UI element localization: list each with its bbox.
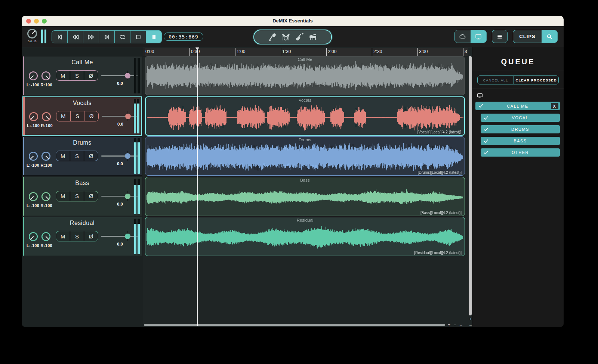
- cloud-button[interactable]: [455, 30, 471, 43]
- volume-slider[interactable]: [101, 193, 139, 199]
- volume-slider-thumb[interactable]: [125, 234, 130, 239]
- queue-stem-bass[interactable]: BASS: [481, 137, 560, 145]
- level-meter: [134, 58, 136, 93]
- horizontal-zoom-fit-button[interactable]: ↔: [458, 322, 464, 327]
- mute-button[interactable]: M: [56, 191, 70, 201]
- solo-button[interactable]: S: [70, 71, 84, 80]
- pause-button[interactable]: [146, 31, 161, 43]
- toolbar-right: CLIPS: [454, 30, 558, 43]
- solo-button[interactable]: S: [70, 191, 84, 201]
- drum-kit-icon[interactable]: [281, 32, 291, 42]
- queue-stem-label: BASS: [514, 139, 527, 143]
- pan-range-label: L:-100 R:100: [27, 243, 52, 248]
- phase-button[interactable]: Ø: [84, 151, 98, 161]
- clip-bass[interactable]: Bass[Bass][Local][4.2 (latest)]: [145, 177, 465, 216]
- pan-range-label: L:-100 R:100: [27, 163, 52, 167]
- playhead-marker-icon: [195, 47, 199, 50]
- phase-button[interactable]: Ø: [84, 191, 98, 201]
- skip-start-button[interactable]: [52, 31, 68, 43]
- waveform: [146, 98, 465, 135]
- clip-residual[interactable]: Residual[Residual][Local][4.2 (latest)]: [145, 217, 465, 256]
- track-name: Bass: [23, 180, 142, 186]
- pan-right-knob[interactable]: [41, 151, 51, 161]
- track-header-bass[interactable]: BassL:-100 R:100MSØ0.0: [22, 177, 142, 216]
- clear-processed-button[interactable]: CLEAR PROCESSED: [514, 76, 558, 84]
- gain-knob-icon[interactable]: [27, 28, 38, 39]
- queue-job-label: CALL ME: [507, 104, 528, 108]
- cancel-all-button[interactable]: CANCEL ALL: [478, 76, 514, 84]
- pan-right-knob[interactable]: [41, 71, 51, 81]
- phase-button[interactable]: Ø: [84, 111, 98, 121]
- guitar-icon[interactable]: [295, 32, 304, 42]
- vertical-scrollbar[interactable]: [469, 56, 472, 315]
- fast-forward-button[interactable]: [83, 31, 99, 43]
- volume-slider[interactable]: [101, 153, 139, 159]
- piano-icon[interactable]: [308, 32, 318, 42]
- loop-button[interactable]: [115, 31, 130, 43]
- volume-slider[interactable]: [102, 113, 139, 119]
- track-meters: [134, 179, 140, 214]
- clip-version-tag: [Vocals][Local][4.2 (latest)]: [417, 130, 461, 134]
- master-meters: [41, 30, 46, 43]
- search-button[interactable]: [542, 30, 557, 43]
- playhead[interactable]: [197, 48, 198, 326]
- volume-slider-thumb[interactable]: [125, 73, 130, 78]
- stop-button[interactable]: [130, 31, 146, 43]
- pan-left-knob[interactable]: [28, 111, 39, 122]
- queue-job-call-me[interactable]: CALL ME X: [475, 102, 560, 110]
- microphone-icon[interactable]: [268, 32, 277, 42]
- pan-right-knob[interactable]: [41, 111, 52, 122]
- mute-button[interactable]: M: [56, 151, 70, 161]
- queue-title: QUEUE: [472, 58, 564, 67]
- pan-left-knob[interactable]: [28, 71, 38, 81]
- track-header-call-me[interactable]: Call MeL:-100 R:100MSØ0.0: [22, 56, 142, 95]
- tick-mark: [372, 48, 372, 56]
- menu-button[interactable]: [492, 30, 508, 43]
- pan-right-knob[interactable]: [41, 231, 51, 242]
- solo-button[interactable]: S: [70, 231, 84, 241]
- mute-button[interactable]: M: [56, 71, 70, 80]
- clips-button[interactable]: CLIPS: [513, 30, 542, 43]
- solo-button[interactable]: S: [71, 111, 85, 121]
- volume-slider[interactable]: [101, 73, 139, 78]
- check-icon: [483, 115, 489, 121]
- clip-call-me[interactable]: Call Me: [145, 56, 465, 95]
- track-header-drums[interactable]: DrumsL:-100 R:100MSØ0.0: [22, 136, 142, 176]
- track-header-residual[interactable]: ResidualL:-100 R:100MSØ0.0: [22, 217, 142, 256]
- pan-left-knob[interactable]: [28, 151, 38, 161]
- phase-button[interactable]: Ø: [84, 231, 98, 241]
- rewind-button[interactable]: [68, 31, 83, 43]
- skip-end-button[interactable]: [99, 31, 115, 43]
- queue-stem-other[interactable]: OTHER: [481, 148, 560, 157]
- volume-slider-thumb[interactable]: [125, 114, 131, 119]
- track-header-vocals[interactable]: VocalsL:-100 R:100MSØ0.0: [22, 96, 142, 136]
- pan-right-knob[interactable]: [41, 191, 51, 202]
- solo-button[interactable]: S: [70, 151, 84, 161]
- remove-job-button[interactable]: X: [551, 103, 558, 109]
- check-icon: [478, 103, 484, 109]
- app-window: DeMIX Essentials 0.0 dB 00:35:669: [22, 16, 564, 327]
- clip-drums[interactable]: Drums[Drums][Local][4.2 (latest)]: [145, 136, 465, 176]
- volume-slider-thumb[interactable]: [125, 153, 130, 159]
- pan-left-knob[interactable]: [28, 191, 38, 202]
- timeline-ruler[interactable]: 0:000:301:001:302:002:303:003: [143, 48, 468, 56]
- phase-button[interactable]: Ø: [84, 71, 98, 80]
- mute-button[interactable]: M: [56, 111, 71, 121]
- clip-version-tag: [Drums][Local][4.2 (latest)]: [418, 170, 462, 175]
- monitor-button[interactable]: [471, 30, 486, 43]
- tick-label: 3: [465, 49, 467, 54]
- mute-solo-phase-group: MSØ: [56, 70, 98, 81]
- clips-search-toggle: CLIPS: [513, 30, 558, 43]
- tick-label: 3:00: [419, 49, 428, 54]
- tick-mark: [235, 48, 235, 56]
- volume-slider-thumb[interactable]: [125, 194, 130, 199]
- queue-stem-vocal[interactable]: VOCAL: [481, 114, 560, 122]
- clip-vocals[interactable]: Vocals[Vocals][Local][4.2 (latest)]: [145, 96, 465, 136]
- horizontal-zoom-in-button[interactable]: +: [446, 322, 452, 327]
- horizontal-zoom-out-button[interactable]: −: [452, 322, 458, 327]
- mute-button[interactable]: M: [56, 231, 70, 241]
- pan-left-knob[interactable]: [28, 231, 38, 242]
- horizontal-scrollbar[interactable]: [144, 324, 445, 326]
- queue-stem-drums[interactable]: DRUMS: [481, 125, 560, 133]
- volume-slider[interactable]: [101, 233, 139, 239]
